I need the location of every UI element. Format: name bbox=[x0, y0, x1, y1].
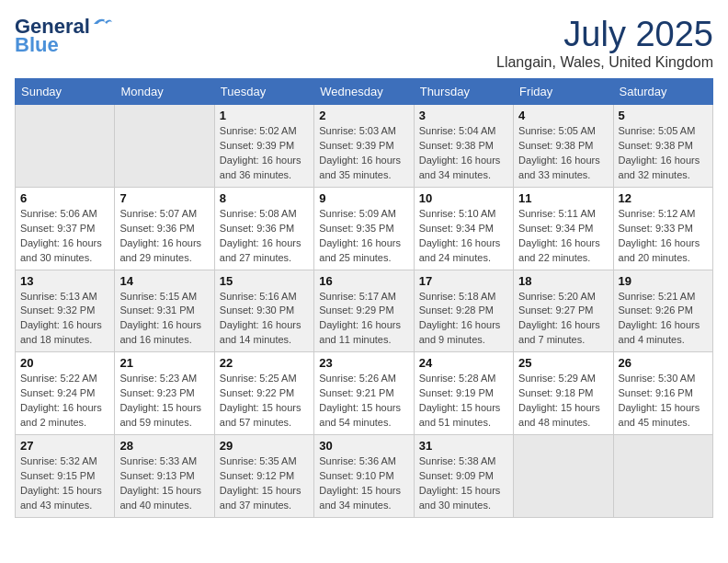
calendar-day-27: 27Sunrise: 5:32 AM Sunset: 9:15 PM Dayli… bbox=[16, 435, 115, 518]
calendar-day-18: 18Sunrise: 5:20 AM Sunset: 9:27 PM Dayli… bbox=[514, 270, 613, 352]
day-info: Sunrise: 5:10 AM Sunset: 9:34 PM Dayligh… bbox=[419, 207, 508, 266]
calendar-day-26: 26Sunrise: 5:30 AM Sunset: 9:16 PM Dayli… bbox=[613, 352, 712, 435]
calendar-day-3: 3Sunrise: 5:04 AM Sunset: 9:38 PM Daylig… bbox=[414, 105, 513, 188]
weekday-header-thursday: Thursday bbox=[414, 79, 513, 105]
day-info: Sunrise: 5:13 AM Sunset: 9:32 PM Dayligh… bbox=[20, 290, 109, 349]
day-number: 1 bbox=[220, 109, 309, 122]
weekday-header-saturday: Saturday bbox=[613, 79, 712, 105]
calendar-day-29: 29Sunrise: 5:35 AM Sunset: 9:12 PM Dayli… bbox=[214, 435, 313, 518]
day-number: 4 bbox=[518, 109, 608, 122]
calendar-day-8: 8Sunrise: 5:08 AM Sunset: 9:36 PM Daylig… bbox=[214, 187, 313, 270]
day-info: Sunrise: 5:08 AM Sunset: 9:36 PM Dayligh… bbox=[220, 207, 309, 266]
calendar-day-empty bbox=[115, 105, 214, 188]
day-info: Sunrise: 5:16 AM Sunset: 9:30 PM Dayligh… bbox=[220, 290, 309, 349]
calendar-day-20: 20Sunrise: 5:22 AM Sunset: 9:24 PM Dayli… bbox=[16, 352, 115, 435]
day-number: 11 bbox=[518, 191, 608, 205]
day-info: Sunrise: 5:09 AM Sunset: 9:35 PM Dayligh… bbox=[319, 207, 408, 266]
calendar-day-11: 11Sunrise: 5:11 AM Sunset: 9:34 PM Dayli… bbox=[514, 187, 613, 270]
day-info: Sunrise: 5:30 AM Sunset: 9:16 PM Dayligh… bbox=[619, 372, 708, 431]
day-info: Sunrise: 5:21 AM Sunset: 9:26 PM Dayligh… bbox=[619, 290, 708, 349]
day-number: 18 bbox=[518, 274, 608, 288]
day-number: 8 bbox=[220, 191, 309, 205]
day-info: Sunrise: 5:05 AM Sunset: 9:38 PM Dayligh… bbox=[619, 124, 708, 183]
calendar-day-4: 4Sunrise: 5:05 AM Sunset: 9:38 PM Daylig… bbox=[514, 105, 613, 188]
day-info: Sunrise: 5:28 AM Sunset: 9:19 PM Dayligh… bbox=[419, 372, 508, 431]
day-info: Sunrise: 5:02 AM Sunset: 9:39 PM Dayligh… bbox=[220, 124, 309, 183]
calendar-table: SundayMondayTuesdayWednesdayThursdayFrid… bbox=[15, 78, 713, 518]
day-info: Sunrise: 5:05 AM Sunset: 9:38 PM Dayligh… bbox=[518, 124, 608, 183]
day-info: Sunrise: 5:29 AM Sunset: 9:18 PM Dayligh… bbox=[518, 372, 608, 431]
calendar-day-15: 15Sunrise: 5:16 AM Sunset: 9:30 PM Dayli… bbox=[214, 270, 313, 352]
page-header: General Blue July 2025 Llangain, Wales, … bbox=[15, 15, 713, 71]
calendar-day-empty bbox=[16, 105, 115, 188]
day-info: Sunrise: 5:04 AM Sunset: 9:38 PM Dayligh… bbox=[419, 124, 508, 183]
day-info: Sunrise: 5:07 AM Sunset: 9:36 PM Dayligh… bbox=[119, 207, 209, 266]
day-info: Sunrise: 5:18 AM Sunset: 9:28 PM Dayligh… bbox=[419, 290, 508, 349]
day-info: Sunrise: 5:22 AM Sunset: 9:24 PM Dayligh… bbox=[20, 372, 109, 431]
day-info: Sunrise: 5:15 AM Sunset: 9:31 PM Dayligh… bbox=[119, 290, 209, 349]
weekday-header-tuesday: Tuesday bbox=[214, 79, 313, 105]
calendar-day-17: 17Sunrise: 5:18 AM Sunset: 9:28 PM Dayli… bbox=[414, 270, 513, 352]
logo-blue: Blue bbox=[15, 33, 59, 57]
day-number: 17 bbox=[419, 274, 508, 288]
day-number: 12 bbox=[619, 191, 708, 205]
day-number: 20 bbox=[20, 356, 109, 370]
day-number: 25 bbox=[518, 356, 608, 370]
day-number: 26 bbox=[619, 356, 708, 370]
day-number: 31 bbox=[419, 439, 508, 453]
logo: General Blue bbox=[15, 15, 112, 57]
day-number: 14 bbox=[119, 274, 209, 288]
calendar-day-16: 16Sunrise: 5:17 AM Sunset: 9:29 PM Dayli… bbox=[314, 270, 414, 352]
day-number: 9 bbox=[319, 191, 408, 205]
day-number: 13 bbox=[20, 274, 109, 288]
day-number: 2 bbox=[319, 109, 408, 122]
calendar-week-row: 13Sunrise: 5:13 AM Sunset: 9:32 PM Dayli… bbox=[16, 270, 713, 352]
weekday-header-sunday: Sunday bbox=[16, 79, 115, 105]
calendar-week-row: 6Sunrise: 5:06 AM Sunset: 9:37 PM Daylig… bbox=[16, 187, 713, 270]
logo-bird-icon bbox=[92, 15, 112, 31]
day-number: 30 bbox=[319, 439, 408, 453]
day-info: Sunrise: 5:26 AM Sunset: 9:21 PM Dayligh… bbox=[319, 372, 408, 431]
calendar-day-24: 24Sunrise: 5:28 AM Sunset: 9:19 PM Dayli… bbox=[414, 352, 513, 435]
day-info: Sunrise: 5:11 AM Sunset: 9:34 PM Dayligh… bbox=[518, 207, 608, 266]
day-info: Sunrise: 5:06 AM Sunset: 9:37 PM Dayligh… bbox=[20, 207, 109, 266]
calendar-day-31: 31Sunrise: 5:38 AM Sunset: 9:09 PM Dayli… bbox=[414, 435, 513, 518]
day-number: 6 bbox=[20, 191, 109, 205]
calendar-day-10: 10Sunrise: 5:10 AM Sunset: 9:34 PM Dayli… bbox=[414, 187, 513, 270]
calendar-week-row: 1Sunrise: 5:02 AM Sunset: 9:39 PM Daylig… bbox=[16, 105, 713, 188]
calendar-day-empty bbox=[514, 435, 613, 518]
calendar-day-13: 13Sunrise: 5:13 AM Sunset: 9:32 PM Dayli… bbox=[16, 270, 115, 352]
calendar-day-23: 23Sunrise: 5:26 AM Sunset: 9:21 PM Dayli… bbox=[314, 352, 414, 435]
calendar-week-row: 20Sunrise: 5:22 AM Sunset: 9:24 PM Dayli… bbox=[16, 352, 713, 435]
day-number: 16 bbox=[319, 274, 408, 288]
day-info: Sunrise: 5:25 AM Sunset: 9:22 PM Dayligh… bbox=[220, 372, 309, 431]
calendar-day-19: 19Sunrise: 5:21 AM Sunset: 9:26 PM Dayli… bbox=[613, 270, 712, 352]
calendar-week-row: 27Sunrise: 5:32 AM Sunset: 9:15 PM Dayli… bbox=[16, 435, 713, 518]
day-info: Sunrise: 5:23 AM Sunset: 9:23 PM Dayligh… bbox=[119, 372, 209, 431]
day-number: 3 bbox=[419, 109, 508, 122]
day-number: 28 bbox=[119, 439, 209, 453]
day-info: Sunrise: 5:36 AM Sunset: 9:10 PM Dayligh… bbox=[319, 454, 408, 513]
calendar-day-1: 1Sunrise: 5:02 AM Sunset: 9:39 PM Daylig… bbox=[214, 105, 313, 188]
calendar-day-28: 28Sunrise: 5:33 AM Sunset: 9:13 PM Dayli… bbox=[115, 435, 214, 518]
calendar-day-30: 30Sunrise: 5:36 AM Sunset: 9:10 PM Dayli… bbox=[314, 435, 414, 518]
day-number: 19 bbox=[619, 274, 708, 288]
day-number: 7 bbox=[119, 191, 209, 205]
weekday-header-monday: Monday bbox=[115, 79, 214, 105]
day-number: 23 bbox=[319, 356, 408, 370]
day-number: 24 bbox=[419, 356, 508, 370]
calendar-day-2: 2Sunrise: 5:03 AM Sunset: 9:39 PM Daylig… bbox=[314, 105, 414, 188]
calendar-day-7: 7Sunrise: 5:07 AM Sunset: 9:36 PM Daylig… bbox=[115, 187, 214, 270]
day-info: Sunrise: 5:35 AM Sunset: 9:12 PM Dayligh… bbox=[220, 454, 309, 513]
day-info: Sunrise: 5:38 AM Sunset: 9:09 PM Dayligh… bbox=[419, 454, 508, 513]
calendar-day-12: 12Sunrise: 5:12 AM Sunset: 9:33 PM Dayli… bbox=[613, 187, 712, 270]
day-info: Sunrise: 5:33 AM Sunset: 9:13 PM Dayligh… bbox=[119, 454, 209, 513]
calendar-day-21: 21Sunrise: 5:23 AM Sunset: 9:23 PM Dayli… bbox=[115, 352, 214, 435]
calendar-day-9: 9Sunrise: 5:09 AM Sunset: 9:35 PM Daylig… bbox=[314, 187, 414, 270]
day-info: Sunrise: 5:32 AM Sunset: 9:15 PM Dayligh… bbox=[20, 454, 109, 513]
location-title: Llangain, Wales, United Kingdom bbox=[496, 54, 713, 71]
day-info: Sunrise: 5:20 AM Sunset: 9:27 PM Dayligh… bbox=[518, 290, 608, 349]
day-info: Sunrise: 5:12 AM Sunset: 9:33 PM Dayligh… bbox=[619, 207, 708, 266]
weekday-header-wednesday: Wednesday bbox=[314, 79, 414, 105]
day-number: 15 bbox=[220, 274, 309, 288]
